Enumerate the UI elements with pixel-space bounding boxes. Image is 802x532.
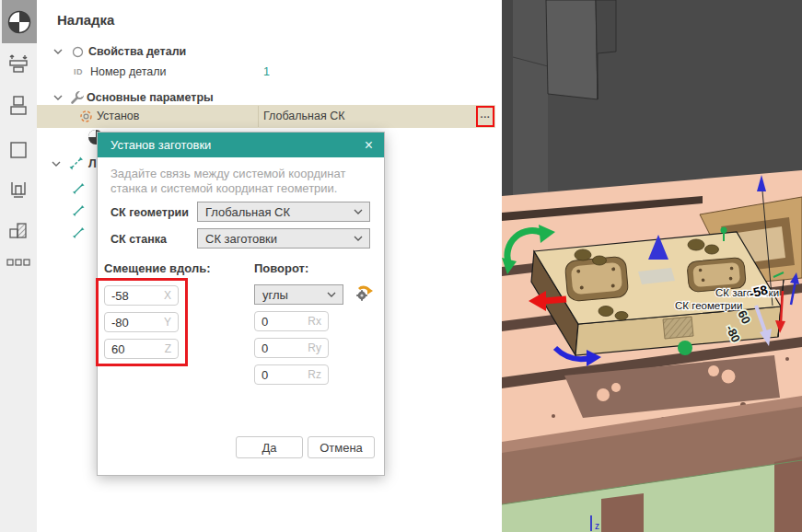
ustanov-more-button[interactable]: ··· <box>476 106 494 127</box>
offset-y-input[interactable] <box>105 313 178 331</box>
offset-z-input[interactable] <box>105 340 178 358</box>
dialog-header[interactable]: Установ заготовки × <box>98 133 384 157</box>
rotation-rz-field[interactable]: Rz <box>254 364 329 385</box>
dialog-title: Установ заготовки <box>110 138 211 152</box>
tree-row-main-params[interactable]: Основные параметры <box>37 88 495 107</box>
stock-box-icon <box>8 140 29 160</box>
wrench-icon <box>70 90 85 105</box>
sidebar-item-fixture[interactable] <box>0 177 37 204</box>
offset-z-field[interactable]: Z <box>104 339 179 359</box>
tool-sidebar <box>0 0 37 532</box>
chevron-down-icon <box>327 292 336 297</box>
sidebar-item-stock[interactable] <box>0 136 37 164</box>
rotation-mode-value: углы <box>262 288 288 302</box>
tree-label: Установ <box>97 110 139 122</box>
circle-icon <box>72 46 84 58</box>
page-title: Наладка <box>57 12 114 28</box>
cs-machine-value: СК заготовки <box>205 232 277 246</box>
press-icon <box>8 95 29 117</box>
machine-scene[interactable]: СК заготовки СК геометрии -58 60 -80 z <box>502 0 802 532</box>
rotation-rx-input[interactable] <box>255 312 328 330</box>
ok-button[interactable]: Да <box>236 436 303 458</box>
balance-circle-icon <box>7 10 31 34</box>
offset-x-field[interactable]: X <box>104 285 179 306</box>
chevron-down-icon <box>52 160 61 168</box>
sidebar-item-section[interactable] <box>0 217 37 245</box>
sidebar-item-setup-active[interactable] <box>2 0 37 43</box>
rotation-ry-field[interactable]: Ry <box>254 338 329 358</box>
tree-row-ustanov[interactable]: Установ Глобальная СК ··· <box>37 105 495 128</box>
cancel-button[interactable]: Отмена <box>308 436 375 458</box>
move-arrow-icon <box>68 156 84 171</box>
rotation-label: Поворот: <box>254 261 308 275</box>
hatch-section-icon <box>7 220 29 242</box>
fixture-vise-icon <box>7 179 29 202</box>
offset-y-field[interactable]: Y <box>104 312 179 332</box>
machine-limits-icon <box>7 52 29 75</box>
move-arrow-icon <box>72 182 85 195</box>
sidebar-item-press[interactable] <box>0 92 37 120</box>
cs-geometry-select[interactable]: Глобальная СК <box>197 202 370 222</box>
axis-z-label: z <box>595 521 599 531</box>
rotation-rz-input[interactable] <box>255 365 328 384</box>
tree-label: Номер детали <box>90 65 167 78</box>
chevron-down-icon <box>53 48 63 55</box>
rotation-rx-field[interactable]: Rx <box>254 311 329 331</box>
id-icon: ID <box>74 67 83 76</box>
cs-geometry-label: СК геометрии <box>110 206 189 219</box>
rotation-tool-button[interactable] <box>354 283 374 304</box>
chevron-down-icon <box>354 236 363 241</box>
sidebar-item-machine-limits[interactable] <box>0 50 37 77</box>
sidebar-item-more[interactable] <box>0 249 37 276</box>
offset-label: Смещение вдоль: <box>104 261 211 275</box>
ustanov-value: Глобальная СК <box>263 110 345 122</box>
chevron-down-icon <box>354 209 363 214</box>
move-arrow-icon <box>72 204 85 217</box>
tree-label: Основные параметры <box>87 91 214 104</box>
close-icon[interactable]: × <box>365 138 373 153</box>
offset-x-input[interactable] <box>105 286 178 305</box>
3d-viewport[interactable]: СК заготовки СК геометрии -58 60 -80 z <box>502 0 802 532</box>
rotation-mode-select[interactable]: углы <box>254 284 343 305</box>
cs-machine-label: СК станка <box>110 233 167 246</box>
transform-icon <box>79 110 93 123</box>
tree-label: Л <box>88 157 97 170</box>
tree-label: Свойства детали <box>88 45 186 58</box>
column-divider <box>258 106 259 127</box>
chevron-down-icon <box>53 94 63 101</box>
dialog-description: Задайте связь между системой координат с… <box>110 167 376 196</box>
tree-row-part-number[interactable]: ID Номер детали 1 <box>37 63 495 81</box>
origin-handle-green[interactable] <box>678 341 692 355</box>
workpiece-setup-dialog: Установ заготовки × Задайте связь между … <box>97 132 385 476</box>
rotation-ry-input[interactable] <box>255 339 328 357</box>
cs-geometry-value: Глобальная СК <box>205 205 290 219</box>
more-dots-icon <box>6 258 30 267</box>
part-number-value[interactable]: 1 <box>263 65 270 78</box>
cs-machine-select[interactable]: СК заготовки <box>197 228 370 249</box>
ellipsis-icon: ··· <box>481 111 491 122</box>
move-arrow-icon <box>72 226 85 239</box>
cs-geometry-label: СК геометрии <box>675 300 742 311</box>
tree-row-part-properties[interactable]: Свойства детали <box>37 42 495 61</box>
